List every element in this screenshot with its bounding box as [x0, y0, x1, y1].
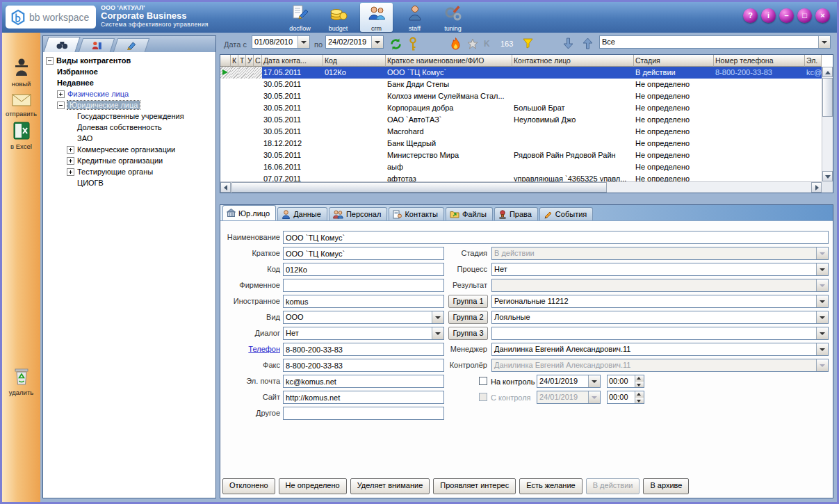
- scroll-right-button[interactable]: [811, 182, 822, 193]
- chevron-down-icon[interactable]: [816, 343, 828, 355]
- tab-contacts[interactable]: Контакты: [389, 207, 444, 220]
- table-row[interactable]: 30.05.2011Банк Дяди СтепыНе определено: [220, 79, 822, 90]
- tab-personnel[interactable]: Персонал: [329, 207, 388, 220]
- refresh-icon[interactable]: [389, 38, 402, 51]
- column-header[interactable]: Т: [238, 55, 246, 67]
- table-row[interactable]: 30.05.2011Колхоз имени Сулеймана Стал...…: [220, 90, 822, 102]
- info-button[interactable]: i: [761, 8, 776, 23]
- module-tuning[interactable]: tuning: [437, 3, 469, 32]
- fax-input[interactable]: [283, 359, 444, 372]
- tree-item-favorites[interactable]: Избранное: [43, 66, 215, 77]
- column-header[interactable]: Краткое наименование/ФИО: [386, 55, 512, 67]
- column-header[interactable]: Контактное лицо: [512, 55, 634, 67]
- stage-desire-button[interactable]: Есть желание: [519, 478, 583, 494]
- chevron-down-icon[interactable]: [432, 327, 443, 339]
- tree-item-ciogv[interactable]: ЦИОГВ: [43, 177, 215, 188]
- tab-files[interactable]: Файлы: [446, 207, 493, 220]
- chevron-down-icon[interactable]: [818, 36, 830, 48]
- process-select[interactable]: Нет: [491, 263, 829, 276]
- tree-item-commercial[interactable]: Коммерческие организации: [43, 144, 215, 155]
- tree-item-recent[interactable]: Недавнее: [43, 77, 215, 88]
- send-button[interactable]: отправить: [2, 92, 40, 117]
- spin-down-icon[interactable]: [635, 382, 644, 388]
- other-input[interactable]: [283, 407, 444, 420]
- indicator-column-header[interactable]: [220, 55, 231, 67]
- scroll-left-button[interactable]: [220, 182, 231, 193]
- stage-rejected-button[interactable]: Отклонено: [222, 478, 275, 494]
- table-row[interactable]: 18.12.2012Банк ЩедрыйНе определено: [220, 138, 822, 149]
- tree-item-legal-entities[interactable]: Юридические лица: [43, 99, 215, 111]
- on-control-time-spinner[interactable]: 00:00: [607, 375, 644, 388]
- site-input[interactable]: [283, 391, 444, 404]
- column-header[interactable]: Код: [323, 55, 386, 67]
- help-button[interactable]: ?: [743, 8, 758, 23]
- group1-button[interactable]: Группа 1: [448, 295, 488, 308]
- module-crm[interactable]: crm: [360, 3, 393, 32]
- tree-item-credit[interactable]: Кредитные организации: [43, 155, 215, 166]
- scroll-up-button[interactable]: [822, 67, 833, 77]
- group3-select[interactable]: [491, 327, 829, 340]
- group3-button[interactable]: Группа 3: [448, 327, 488, 340]
- table-row[interactable]: 07.07.2011афтотазуправляющая `4365325 уп…: [220, 173, 822, 181]
- chevron-down-icon[interactable]: [816, 263, 828, 275]
- kind-select[interactable]: ООО: [283, 311, 444, 324]
- spin-up-icon[interactable]: [635, 375, 644, 382]
- maximize-button[interactable]: □: [797, 8, 812, 23]
- star-icon[interactable]: [467, 38, 478, 49]
- date-to-select[interactable]: 24/02/2019: [325, 35, 384, 49]
- tab-flag-view[interactable]: [79, 38, 115, 52]
- tree-root-label[interactable]: Виды контрагентов: [56, 56, 131, 65]
- column-header[interactable]: Дата конта...: [262, 55, 323, 67]
- export-excel-button[interactable]: в Excel: [2, 122, 40, 150]
- chevron-down-icon[interactable]: [588, 375, 600, 387]
- tab-rights[interactable]: Права: [494, 207, 538, 220]
- column-header[interactable]: У: [246, 55, 254, 67]
- horizontal-scroll-thumb[interactable]: [231, 182, 607, 193]
- delete-button[interactable]: удалить: [2, 366, 40, 396]
- table-row[interactable]: 17.05.2011012КоООО `ТЦ Комус`В действии8…: [220, 67, 822, 79]
- minimize-button[interactable]: –: [779, 8, 794, 23]
- column-header[interactable]: Эл.: [805, 55, 822, 67]
- collapse-icon[interactable]: [57, 101, 65, 109]
- vertical-scroll-thumb[interactable]: [822, 78, 833, 117]
- tab-data[interactable]: Данные: [277, 207, 327, 220]
- table-row[interactable]: 30.05.2011ОАО `АвтоТАЗ`Неуловимый ДжоНе …: [220, 114, 822, 126]
- date-from-select[interactable]: 01/08/2010: [252, 35, 310, 49]
- collapse-icon[interactable]: [46, 57, 54, 65]
- chevron-down-icon[interactable]: [432, 311, 443, 323]
- on-control-checkbox[interactable]: [479, 377, 487, 385]
- arrow-up-icon[interactable]: [583, 38, 593, 49]
- tree-item-shared-ownership[interactable]: Долевая собственность: [43, 122, 215, 133]
- tab-events[interactable]: События: [539, 207, 593, 220]
- stage-undefined-button[interactable]: Не определено: [279, 478, 347, 494]
- stage-interest-button[interactable]: Проявляет интерес: [433, 478, 516, 494]
- tab-edit-view[interactable]: [113, 38, 149, 52]
- flame-icon[interactable]: [450, 38, 461, 51]
- group1-select[interactable]: Региональные 11212: [491, 295, 829, 308]
- chevron-down-icon[interactable]: [816, 327, 828, 339]
- module-staff[interactable]: staff: [398, 3, 431, 32]
- tab-search-view[interactable]: [43, 37, 80, 52]
- tree-root[interactable]: Виды контрагентов: [43, 55, 215, 66]
- table-row[interactable]: 30.05.2011Корпорация добраБольшой БратНе…: [220, 102, 822, 114]
- module-budget[interactable]: budget: [322, 3, 355, 32]
- table-row[interactable]: 16.06.2011аыфНе определено: [220, 161, 822, 173]
- chevron-down-icon[interactable]: [371, 36, 383, 48]
- expand-icon[interactable]: [67, 157, 74, 165]
- funnel-icon[interactable]: [523, 38, 533, 49]
- k-filter-button[interactable]: K: [484, 39, 490, 49]
- table-row[interactable]: 30.05.2011Министерство МираРядовой Райн …: [220, 149, 822, 161]
- foreign-name-input[interactable]: [283, 295, 444, 308]
- name-input[interactable]: [283, 231, 829, 244]
- tree-item-individuals[interactable]: Физические лица: [43, 88, 215, 99]
- expand-icon[interactable]: [67, 168, 74, 176]
- close-button[interactable]: ×: [815, 8, 830, 23]
- arrow-down-icon[interactable]: [563, 38, 573, 49]
- tab-legal-entity[interactable]: Юр.лицо: [222, 205, 276, 220]
- tree-item-testing[interactable]: Тестирующие органы: [43, 166, 215, 177]
- group2-button[interactable]: Группа 2: [448, 311, 488, 324]
- column-header[interactable]: Стадия: [634, 55, 714, 67]
- column-header[interactable]: К: [231, 55, 238, 67]
- key-icon[interactable]: [409, 37, 417, 51]
- short-name-input[interactable]: [283, 247, 444, 260]
